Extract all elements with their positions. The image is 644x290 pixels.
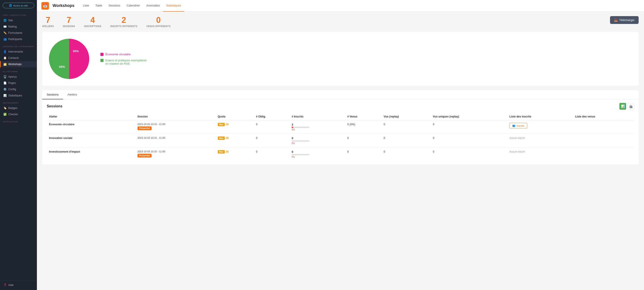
stat-venus-diff: 0 VENUS DIFFÉRENTS xyxy=(146,16,170,28)
stat-sessions-value: 7 xyxy=(67,16,71,24)
sidebar-top: 🌐 Accès au site xyxy=(0,0,37,11)
page-title: Workshops xyxy=(52,3,74,8)
cell-vus-replay: 0 xyxy=(382,134,431,147)
legend-dot-enjeux xyxy=(100,59,104,62)
page-header: 📅 Workshops Liste Table Sessions Calendr… xyxy=(37,0,644,12)
stat-inscrits-diff-value: 2 xyxy=(122,16,126,24)
sidebar-item-checkin[interactable]: ✅Checkin xyxy=(0,111,37,118)
section-actions: 📊 🖨️ xyxy=(620,103,634,110)
download-button[interactable]: 📥 Télécharger xyxy=(610,16,639,24)
tab-ateliers[interactable]: Ateliers xyxy=(63,90,82,99)
cell-venus: 0 xyxy=(345,134,382,147)
nav-liste[interactable]: Liste xyxy=(80,0,92,12)
stat-ateliers-label: ATELIERS xyxy=(42,25,54,28)
cell-atelier: Économie circulaire xyxy=(47,120,135,134)
inscrits-button[interactable]: 👥 Inscrits xyxy=(510,123,527,128)
sidebar-item-contacts[interactable]: 📋Contacts xyxy=(0,55,37,61)
stat-ateliers-value: 7 xyxy=(46,16,50,24)
nav-statistiques[interactable]: Statistiques xyxy=(163,0,184,12)
sidebar-item-participants[interactable]: 👥Participants xyxy=(0,36,37,42)
sessions-tabs: Sessions Ateliers xyxy=(42,90,639,99)
cell-venus: 0 xyxy=(345,147,382,161)
sidebar-section-label-interaction: INTERACTION xyxy=(0,119,37,124)
cell-atelier: Investissement d'impact xyxy=(47,147,135,161)
cell-liste-inscrits[interactable]: 👥 Inscrits xyxy=(507,120,573,134)
header-nav: Liste Table Sessions Calendrier Anomalie… xyxy=(80,0,184,12)
sidebar-item-mailing[interactable]: ✉️Mailing xyxy=(0,24,37,30)
edit-icon: ✏️ xyxy=(3,31,6,35)
table-row: Innovation sociale2023-10-03 10:15 - 11:… xyxy=(47,134,634,147)
cell-inscrits: 2 0% xyxy=(289,120,345,134)
sidebar-item-config[interactable]: ⚙️Config xyxy=(0,86,37,92)
page-icon: 📅 xyxy=(41,2,49,10)
sidebar-item-workshops[interactable]: 🗂️Workshops xyxy=(0,61,37,67)
sidebar-item-pages[interactable]: 📄Pages xyxy=(0,80,37,86)
nav-calendrier[interactable]: Calendrier xyxy=(124,0,143,12)
stat-inscriptions: 4 INSCRIPTIONS xyxy=(84,16,101,28)
sidebar-item-apercu[interactable]: 🖥️Aperçu xyxy=(0,74,37,80)
pie-svg: 50% 50% xyxy=(47,37,92,81)
sessions-title: Sessions 📊 🖨️ xyxy=(47,103,634,110)
sidebar-item-badges[interactable]: 🏷️Badges xyxy=(0,105,37,111)
stat-ateliers: 7 ATELIERS xyxy=(42,16,54,28)
sidebar-item-intervenants[interactable]: 👤Intervenants xyxy=(0,49,37,55)
chart-icon: 📊 xyxy=(3,94,6,97)
cell-oblig: 0 xyxy=(254,134,289,147)
cell-atelier: Innovation sociale xyxy=(47,134,135,147)
col-venus: # Venus xyxy=(345,113,382,120)
col-atelier: Atelier xyxy=(47,113,135,120)
sidebar-section-plateforme: PLATEFORME 🖥️Aperçu 📄Pages ⚙️Config 📊Sta… xyxy=(0,67,37,99)
pie-label-top: 50% xyxy=(73,50,79,53)
cell-oblig: 0 xyxy=(254,120,289,134)
cell-venus: 0 (0%) xyxy=(345,120,382,134)
badge-icon: 🏷️ xyxy=(3,107,6,110)
nav-anomalies[interactable]: Anomalies xyxy=(143,0,163,12)
cell-liste-venus xyxy=(573,134,634,147)
cell-liste-inscrits: Aucun inscrit xyxy=(507,147,573,161)
print-button[interactable]: 🖨️ xyxy=(628,103,634,110)
stat-inscriptions-label: INSCRIPTIONS xyxy=(84,25,101,28)
download-icon: 📥 xyxy=(614,18,618,22)
cell-session: 2023-10-03 10:15 - 11:00Présentiel xyxy=(135,120,216,134)
csv-icon: 📊 xyxy=(621,105,625,108)
sidebar-item-statistiques[interactable]: 📊Statistiques xyxy=(0,92,37,99)
globe-icon: 🌐 xyxy=(9,4,12,7)
main-content: 📅 Workshops Liste Table Sessions Calendr… xyxy=(37,0,644,290)
cell-vus-uniques: 0 xyxy=(431,147,507,161)
cell-vus-replay: 0 xyxy=(382,147,431,161)
cell-quota: Max20 xyxy=(216,147,254,161)
sessions-table-section: Sessions 📊 🖨️ Atelier Session Quota xyxy=(42,99,639,164)
pie-label-bottom: 50% xyxy=(59,65,65,69)
nav-sessions[interactable]: Sessions xyxy=(105,0,124,12)
workshops-icon: 🗂️ xyxy=(3,63,6,66)
cell-liste-inscrits: Aucun inscrit xyxy=(507,134,573,147)
sidebar-item-formulaires[interactable]: ✏️Formulaires xyxy=(0,30,37,36)
col-liste-venus: Liste des venus xyxy=(573,113,634,120)
sidebar-item-aide[interactable]: ❓Aide xyxy=(0,282,37,288)
users-icon: 👥 xyxy=(3,38,6,41)
sidebar-item-site[interactable]: 🌐Site xyxy=(0,17,37,24)
cell-liste-venus xyxy=(573,120,634,134)
sidebar-section-donnees: DONNÉES DE L'ÉVÉNEMENT 👤Intervenants 📋Co… xyxy=(0,42,37,67)
stat-inscriptions-value: 4 xyxy=(90,16,95,24)
pie-chart: 50% 50% xyxy=(47,37,92,81)
col-quota: Quota xyxy=(216,113,254,120)
stat-sessions: 7 SESSIONS xyxy=(63,16,75,28)
sidebar: 🌐 Accès au site CRM / INSCRIPTIONS 🌐Site… xyxy=(0,0,37,290)
cell-vus-uniques: 0 xyxy=(431,120,507,134)
col-session: Session xyxy=(135,113,216,120)
table-row: Investissement d'impact2023-10-03 10:15 … xyxy=(47,147,634,161)
access-site-button[interactable]: 🌐 Accès au site xyxy=(3,3,34,8)
tab-sessions[interactable]: Sessions xyxy=(42,90,63,99)
chart-legend: Économie circulaire Enjeux et pratiques … xyxy=(100,53,150,65)
cell-liste-venus xyxy=(573,147,634,161)
page-content: 7 ATELIERS 7 SESSIONS 4 INSCRIPTIONS 2 I… xyxy=(37,12,644,290)
nav-table[interactable]: Table xyxy=(92,0,105,12)
sidebar-section-crm: CRM / INSCRIPTIONS 🌐Site ✉️Mailing ✏️For… xyxy=(0,11,37,42)
sidebar-section-label-crm: CRM / INSCRIPTIONS xyxy=(0,12,37,17)
stat-inscrits-diff-label: INSCRITS DIFFÉRENTS xyxy=(110,25,138,28)
export-csv-button[interactable]: 📊 xyxy=(620,103,626,110)
col-vus-replay: Vus (replay) xyxy=(382,113,431,120)
table-header-row: Atelier Session Quota # Oblig. # Inscrit… xyxy=(47,113,634,120)
col-inscrits: # Inscrits xyxy=(289,113,345,120)
